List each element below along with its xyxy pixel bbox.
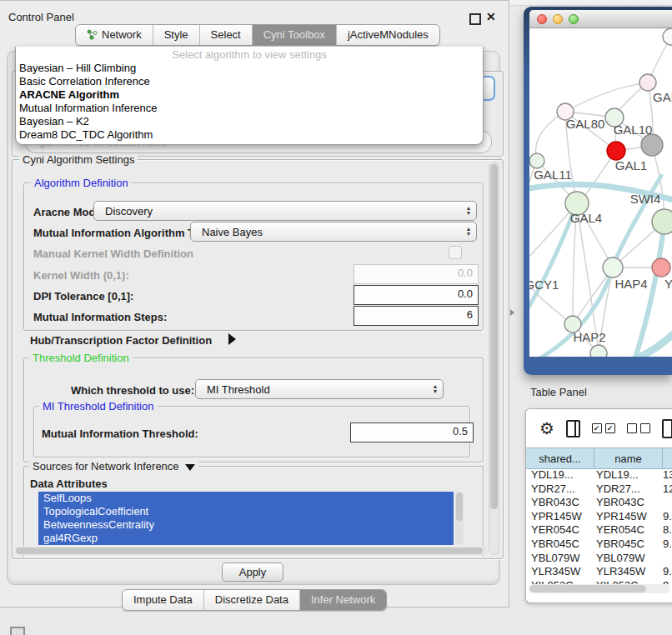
threshold-definition-legend: Threshold Definition (29, 352, 133, 364)
gear-icon[interactable]: ⚙ (539, 420, 554, 437)
cell: YER054C (526, 523, 596, 538)
column-header-a[interactable]: A (663, 448, 672, 468)
tab-network[interactable]: Network (76, 25, 153, 45)
node-label: GAL1 (615, 158, 647, 172)
tab-select-label: Select (211, 28, 241, 41)
minimized-panel-icon[interactable] (10, 627, 25, 635)
manual-kernel-checkbox[interactable] (449, 246, 462, 259)
attribute-item[interactable]: TopologicalCoefficient (38, 505, 454, 518)
table-row[interactable]: YLR345WYLR345W9. (526, 565, 672, 579)
kernel-width-field[interactable]: 0.0 (354, 264, 479, 284)
kernel-width-label: Kernel Width (0,1): (33, 269, 129, 282)
deselect-all-checkboxes-icon[interactable] (627, 423, 650, 433)
column-header-name[interactable]: name (594, 448, 663, 468)
table-row[interactable]: YPR145WYPR145W9. (526, 510, 672, 524)
network-node-selected-red[interactable] (607, 142, 625, 160)
table-row[interactable]: YBL079WYBL079W (526, 552, 672, 566)
cell: 9. (663, 538, 672, 552)
cell: YBL079W (526, 552, 596, 566)
cell: YPR145W (526, 510, 596, 524)
cell: YER054C (596, 523, 663, 538)
mi-steps-label: Mutual Information Steps: (33, 311, 167, 323)
cell: YDL19... (526, 468, 596, 482)
table-panel-title: Table Panel (530, 386, 587, 398)
screenshot-root: { "window": { "title": "Control Panel" }… (0, 0, 672, 635)
columns-icon[interactable] (566, 420, 580, 438)
sources-legend: Sources for Network Inference (29, 460, 198, 472)
table-row[interactable]: YER054CYER054C8. (526, 523, 672, 538)
node-label: GAL10 (614, 122, 653, 137)
table-row[interactable]: YBR045CYBR045C9. (526, 538, 672, 552)
sources-legend-text: Sources for Network Inference (33, 460, 179, 472)
tab-discretize-data[interactable]: Discretize Data (203, 590, 299, 610)
attribute-item[interactable]: BetweennessCentrality (38, 518, 454, 532)
minimize-traffic-light[interactable] (553, 14, 563, 24)
table-body: YDL19...YDL19...13 YDR27...YDR27...12 YB… (526, 468, 672, 584)
tab-jactivemnodules[interactable]: jActiveMNodules (336, 25, 439, 45)
network-node-swi4[interactable] (652, 209, 672, 234)
attribute-item[interactable]: gal4RGexp (38, 532, 454, 545)
dropdown-item[interactable]: Bayesian – Hill Climbing (16, 62, 483, 75)
node-label: GAL11 (534, 168, 572, 182)
sources-collapse-arrow-icon[interactable] (185, 464, 195, 471)
apply-button[interactable]: Apply (222, 562, 283, 582)
network-node[interactable] (639, 74, 656, 91)
network-node[interactable] (590, 345, 607, 357)
network-node[interactable] (663, 28, 672, 45)
dropdown-item-selected[interactable]: ARACNE Algorithm (16, 88, 483, 102)
tab-select[interactable]: Select (199, 25, 252, 45)
tab-style[interactable]: Style (153, 25, 199, 45)
table-row[interactable]: YBR043CYBR043C (526, 496, 672, 510)
attributes-scrollbar-thumb[interactable] (456, 492, 463, 521)
attribute-item[interactable]: SelfLoops (38, 492, 454, 505)
dropdown-item[interactable]: Bayesian – K2 (16, 115, 483, 128)
hub-expand-arrow-icon[interactable] (228, 333, 236, 345)
mi-steps-field[interactable]: 6 (354, 306, 479, 326)
cell: YBR043C (596, 496, 663, 510)
tab-impute-data[interactable]: Impute Data (123, 590, 203, 610)
settings-horizontal-scrollbar-thumb[interactable] (16, 548, 483, 554)
combo-stepper-icon: ▲▼ (428, 384, 443, 394)
network-view-window[interactable]: GAL GAL80 GAL10 GAL1 GAL11 SWI4 GAL4 GCY… (524, 7, 672, 375)
select-all-checkboxes-icon[interactable]: ✓✓ (592, 423, 615, 433)
column-header-sharedname[interactable]: shared... (526, 448, 594, 468)
aracne-mode-value: Discovery (94, 205, 461, 218)
mi-threshold-field[interactable]: 0.5 (350, 422, 474, 442)
tab-cyni-toolbox-label: Cyni Toolbox (263, 28, 325, 41)
tab-cyni-toolbox[interactable]: Cyni Toolbox (252, 25, 336, 45)
settings-vertical-scrollbar-thumb[interactable] (490, 164, 498, 509)
cell: YPR145W (596, 510, 663, 524)
cell: 13 (663, 468, 672, 482)
export-table-icon[interactable] (662, 419, 672, 438)
dropdown-item[interactable]: Basic Correlation Inference (16, 75, 483, 88)
which-threshold-combo[interactable]: MI Threshold ▲▼ (195, 379, 444, 399)
aracne-mode-combo[interactable]: Discovery ▲▼ (93, 201, 477, 221)
dropdown-item[interactable]: Mutual Information Inference (16, 102, 483, 115)
tab-infer-network[interactable]: Infer Network (299, 590, 386, 610)
zoom-traffic-light[interactable] (569, 14, 579, 24)
dpi-tolerance-field[interactable]: 0.0 (354, 285, 479, 305)
network-node-gray[interactable] (641, 134, 663, 156)
cell: YLR345W (526, 565, 596, 579)
network-window-titlebar[interactable] (529, 10, 672, 28)
node-label: GCY1 (529, 278, 559, 292)
table-row[interactable]: YDR27...YDR27...12 (526, 482, 672, 497)
dropdown-item[interactable]: Dream8 DC_TDC Algorithm (16, 128, 483, 142)
network-node-hap4[interactable] (603, 258, 623, 278)
close-traffic-light[interactable] (537, 14, 547, 24)
tab-discretize-data-label: Discretize Data (215, 593, 288, 606)
network-node-gal11[interactable] (529, 153, 544, 168)
splitter-arrow-icon[interactable] (510, 309, 514, 316)
mi-type-combo[interactable]: Naive Bayes ▲▼ (190, 222, 477, 242)
network-canvas[interactable]: GAL GAL80 GAL10 GAL1 GAL11 SWI4 GAL4 GCY… (529, 28, 672, 357)
network-node-salmon[interactable] (652, 258, 670, 277)
float-window-icon[interactable] (469, 13, 481, 25)
close-window-icon[interactable]: ✕ (486, 10, 496, 23)
node-label: HAP2 (573, 330, 605, 344)
manual-kernel-label: Manual Kernel Width Definition (33, 248, 193, 260)
control-panel-tabbar: Network Style Select Cyni Toolbox jActiv… (75, 24, 440, 46)
cell: 9. (663, 510, 672, 524)
data-attributes-list[interactable]: SelfLoops TopologicalCoefficient Between… (38, 492, 454, 545)
table-row[interactable]: YDL19...YDL19...13 (526, 468, 672, 482)
table-horizontal-scrollbar-thumb[interactable] (529, 585, 646, 592)
